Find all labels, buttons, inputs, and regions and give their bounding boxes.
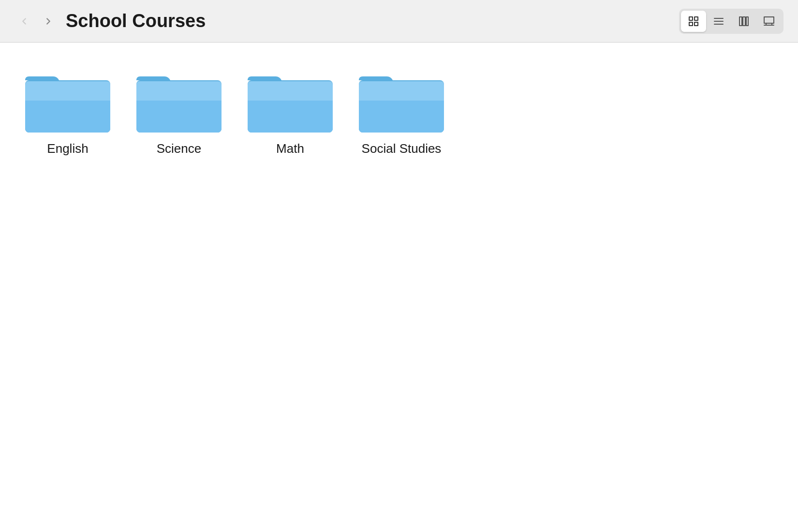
gallery-view-button[interactable] (756, 11, 782, 32)
folder-science[interactable]: Science (135, 67, 222, 156)
folder-math[interactable]: Math (247, 67, 334, 156)
list-icon (713, 15, 724, 27)
folder-math-icon (247, 67, 334, 134)
folder-science-icon (135, 67, 222, 134)
svg-rect-25 (359, 81, 444, 101)
svg-rect-1 (695, 17, 698, 20)
svg-rect-7 (739, 17, 742, 26)
column-view-button[interactable] (731, 11, 756, 32)
svg-rect-9 (746, 17, 748, 26)
columns-icon (738, 15, 750, 27)
folder-math-label: Math (276, 141, 304, 156)
svg-rect-22 (248, 81, 333, 101)
folder-social-studies-icon (358, 67, 445, 134)
view-controls (679, 9, 783, 34)
svg-rect-0 (689, 17, 693, 20)
grid-view-button[interactable] (681, 11, 706, 32)
toolbar: School Courses (0, 0, 798, 43)
folder-english-icon (24, 67, 111, 134)
folder-social-studies-label: Social Studies (362, 141, 442, 156)
svg-rect-16 (25, 81, 110, 101)
folder-social-studies[interactable]: Social Studies (358, 67, 445, 156)
folder-science-label: Science (157, 141, 202, 156)
back-button[interactable] (15, 12, 34, 31)
folder-english[interactable]: English (24, 67, 111, 156)
forward-button[interactable] (39, 12, 58, 31)
svg-rect-10 (764, 17, 774, 23)
page-title: School Courses (66, 11, 674, 31)
svg-rect-3 (695, 22, 698, 26)
file-browser-content: English Science Math (0, 43, 798, 180)
svg-rect-8 (743, 17, 745, 26)
chevron-right-icon (43, 16, 54, 27)
chevron-left-icon (19, 16, 30, 27)
folder-english-label: English (47, 141, 88, 156)
gallery-icon (763, 15, 775, 27)
list-view-button[interactable] (706, 11, 731, 32)
svg-rect-2 (689, 22, 693, 26)
svg-rect-19 (136, 81, 222, 101)
grid-icon (688, 15, 699, 27)
